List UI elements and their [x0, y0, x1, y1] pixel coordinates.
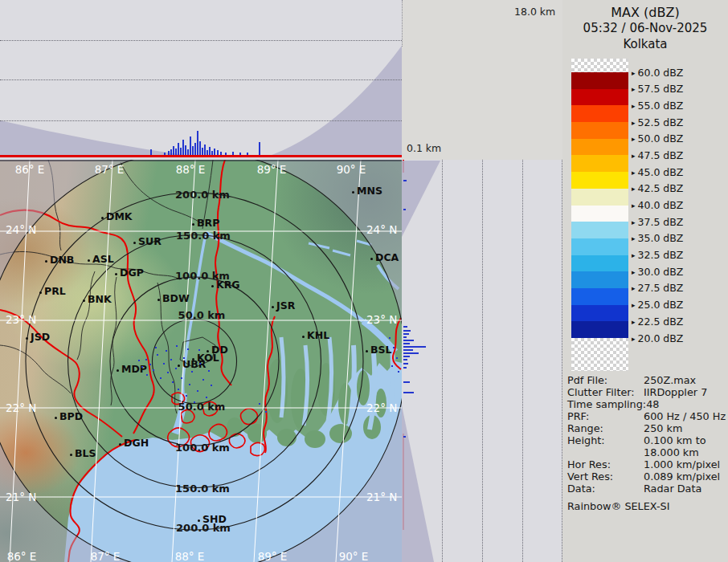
echo-height-spike — [232, 152, 234, 155]
height-gridline — [0, 40, 402, 41]
metadata-row: Clutter Filter:IIRDoppler 7 — [567, 386, 726, 398]
metadata-value: 1.000 km/pixel — [644, 458, 720, 470]
echo-height-spike — [403, 349, 413, 351]
echo-height-spike — [403, 352, 419, 354]
metadata-label: PRF: — [567, 410, 644, 422]
info-panel: MAX (dBZ) 05:32 / 06-Nov-2025 Kolkata ▸6… — [562, 0, 728, 562]
level-arrow-icon: ▸ — [632, 268, 636, 276]
colorbar-swatch — [571, 206, 628, 222]
level-arrow-icon: ▸ — [632, 335, 636, 343]
echo-height-spike — [175, 149, 177, 155]
colorbar-level-label: ▸52.5 dBZ — [632, 116, 683, 129]
metadata-row: Height:0.100 km to 18.000 km — [567, 434, 726, 458]
level-arrow-icon: ▸ — [632, 69, 636, 77]
echo-height-spike — [403, 436, 406, 438]
level-arrow-icon: ▸ — [632, 234, 636, 242]
metadata-row: Pdf File:250Z.max — [567, 374, 726, 386]
metadata-value: 600 Hz / 450 Hz — [644, 410, 726, 422]
height-axis-min-label: 0.1 km — [407, 142, 441, 154]
colorbar-level-label: ▸35.0 dBZ — [632, 232, 683, 245]
metadata-label: Hor Res: — [567, 458, 644, 470]
colorbar-level-label: ▸22.5 dBZ — [632, 316, 683, 328]
colorbar-overflow-swatch — [571, 59, 628, 72]
level-arrow-icon: ▸ — [632, 119, 636, 127]
colorbar-swatch — [571, 222, 628, 238]
map-graphics — [0, 160, 402, 562]
echo-height-spike — [207, 150, 208, 155]
radar-map-panel: MNSDMKBRPSURDCAASLDNBDGPKRGPRLBDWBNKJSRK… — [0, 160, 402, 562]
colorbar-level-label: ▸57.5 dBZ — [632, 83, 683, 96]
level-arrow-icon: ▸ — [632, 152, 636, 160]
colorbar-underflow-swatch — [571, 338, 628, 371]
colorbar-level-label: ▸27.5 dBZ — [632, 282, 683, 295]
metadata-label: Clutter Filter: — [567, 386, 644, 398]
dbz-colorbar — [571, 59, 628, 371]
echo-height-spike — [164, 153, 166, 155]
echo-height-spike — [194, 143, 196, 155]
echo-height-spike — [403, 336, 407, 338]
echo-height-spike — [220, 152, 222, 155]
echo-height-spike — [185, 145, 186, 155]
echo-height-spike — [225, 153, 227, 155]
level-arrow-icon: ▸ — [632, 318, 636, 326]
right-height-projection-panel — [402, 160, 562, 562]
zero-height-baseline — [0, 155, 402, 157]
metadata-value: Radar Data — [644, 483, 701, 495]
echo-height-spike — [403, 381, 410, 383]
echo-height-spike — [403, 209, 406, 210]
echo-height-spike — [197, 131, 198, 155]
echo-height-spike — [403, 340, 414, 341]
metadata-label: Range: — [567, 422, 644, 434]
colorbar-swatch — [571, 271, 628, 288]
metadata-label: Pdf File: — [567, 374, 644, 386]
metadata-value: 48 — [646, 398, 659, 410]
level-arrow-icon: ▸ — [632, 202, 636, 210]
colorbar-level-label: ▸45.0 dBZ — [632, 166, 683, 179]
echo-height-spike — [173, 146, 174, 155]
echo-height-spike — [178, 143, 179, 155]
colorbar-swatch — [571, 255, 628, 272]
echo-height-spike — [168, 151, 170, 155]
colorbar-level-label: ▸20.0 dBZ — [632, 332, 683, 345]
colorbar-swatch — [571, 155, 628, 172]
height-gridline — [0, 79, 402, 80]
colorbar-swatch — [571, 238, 628, 255]
echo-height-spike — [403, 326, 407, 328]
metadata-row: PRF:600 Hz / 450 Hz — [567, 410, 726, 422]
metadata-value: 250 km — [644, 422, 682, 434]
metadata-row: Time sampling:48 — [567, 398, 726, 410]
echo-height-spike — [150, 149, 152, 155]
echo-height-spike — [170, 149, 172, 155]
echo-height-spike — [403, 356, 410, 357]
product-title: MAX (dBZ) — [562, 5, 728, 20]
colorbar-level-label: ▸60.0 dBZ — [632, 67, 683, 79]
metadata-label: Height: — [567, 434, 644, 458]
echo-height-spike — [192, 146, 194, 155]
metadata-value: 0.100 km to 18.000 km — [644, 434, 706, 458]
level-arrow-icon: ▸ — [632, 185, 636, 193]
echo-height-spike — [209, 147, 211, 155]
level-arrow-icon: ▸ — [632, 251, 636, 259]
echo-height-spike — [403, 343, 410, 344]
height-axis-max-label: 18.0 km — [514, 6, 555, 18]
corner-panel — [402, 0, 567, 160]
level-arrow-icon: ▸ — [632, 218, 636, 226]
metadata-value: 0.089 km/pixel — [644, 470, 720, 483]
colorbar-level-label: ▸37.5 dBZ — [632, 216, 683, 229]
colorbar-level-label: ▸32.5 dBZ — [632, 249, 683, 262]
metadata-row: Range:250 km — [567, 422, 726, 434]
level-arrow-icon: ▸ — [632, 102, 636, 110]
echo-height-spike — [187, 149, 189, 155]
echo-height-spike — [403, 392, 414, 393]
software-brand: Rainbow® SELEX-SI — [567, 500, 726, 512]
metadata-value: IIRDoppler 7 — [644, 386, 707, 398]
metadata-label: Data: — [567, 483, 644, 495]
echo-height-spike — [202, 148, 203, 155]
echo-height-spike — [211, 151, 213, 155]
level-arrow-icon: ▸ — [632, 284, 636, 292]
radar-display: { "header": { "product": "MAX (dBZ)", "d… — [0, 0, 728, 562]
echo-height-spike — [403, 333, 409, 335]
metadata-row: Vert Res:0.089 km/pixel — [567, 470, 726, 483]
right-strip-graphics — [402, 160, 562, 562]
echo-height-spike — [247, 153, 248, 155]
